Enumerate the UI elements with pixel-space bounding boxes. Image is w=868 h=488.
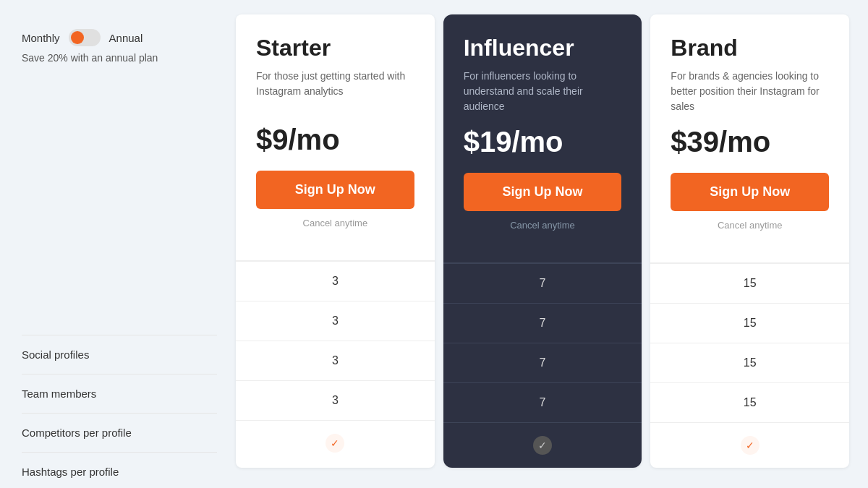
brand-social-profiles: 15 (650, 263, 849, 303)
influencer-social-profiles: 7 (443, 263, 642, 303)
billing-toggle[interactable]: Monthly Annual (22, 29, 217, 46)
influencer-hashtags: 7 (443, 382, 642, 422)
feature-competitors: Competitors per profile (22, 413, 217, 452)
starter-analytics-check: ✓ (326, 434, 344, 453)
plan-brand: Brand For brands & agencies looking to b… (650, 14, 849, 468)
plan-starter: Starter For those just getting started w… (236, 14, 435, 468)
influencer-signup-button[interactable]: Sign Up Now (464, 173, 622, 211)
influencer-cancel: Cancel anytime (464, 220, 622, 231)
brand-analytics: ✓ (650, 422, 849, 468)
influencer-description: For influencers looking to understand an… (464, 69, 622, 114)
influencer-feature-values: 7 7 7 7 ✓ (443, 262, 642, 468)
plan-influencer-header: Influencer For influencers looking to un… (443, 14, 642, 262)
brand-feature-values: 15 15 15 15 ✓ (650, 262, 849, 468)
starter-competitors: 3 (236, 341, 435, 380)
starter-feature-values: 3 3 3 3 ✓ (236, 260, 435, 466)
influencer-competitors: 7 (443, 343, 642, 382)
starter-description: For those just getting started with Inst… (256, 69, 414, 112)
brand-name: Brand (671, 35, 829, 61)
save-text: Save 20% with an annual plan (22, 52, 217, 64)
plan-brand-header: Brand For brands & agencies looking to b… (650, 14, 849, 262)
starter-name: Starter (256, 35, 414, 61)
feature-team-members: Team members (22, 374, 217, 413)
starter-analytics: ✓ (236, 420, 435, 466)
brand-price: $39/mo (671, 126, 829, 158)
features-section: Social profiles Team members Competitors… (22, 335, 217, 488)
plan-starter-header: Starter For those just getting started w… (236, 14, 435, 260)
brand-signup-button[interactable]: Sign Up Now (671, 173, 829, 211)
influencer-analytics: ✓ (443, 422, 642, 468)
starter-team-members: 3 (236, 301, 435, 341)
plans-area: Starter For those just getting started w… (231, 14, 854, 468)
starter-social-profiles: 3 (236, 261, 435, 301)
brand-hashtags: 15 (650, 382, 849, 422)
influencer-price: $19/mo (464, 126, 622, 158)
influencer-analytics-check: ✓ (533, 436, 552, 455)
starter-price: $9/mo (256, 124, 414, 156)
plan-influencer: Influencer For influencers looking to un… (443, 14, 642, 468)
starter-cancel: Cancel anytime (256, 218, 414, 228)
sidebar: Monthly Annual Save 20% with an annual p… (14, 14, 231, 488)
monthly-label: Monthly (22, 32, 60, 44)
influencer-name: Influencer (464, 35, 622, 61)
annual-label: Annual (109, 32, 143, 44)
toggle-switch[interactable] (69, 29, 101, 46)
brand-team-members: 15 (650, 303, 849, 343)
feature-hashtags: Hashtags per profile (22, 452, 217, 488)
starter-hashtags: 3 (236, 380, 435, 420)
feature-social-profiles: Social profiles (22, 335, 217, 374)
brand-competitors: 15 (650, 343, 849, 382)
pricing-container: Monthly Annual Save 20% with an annual p… (14, 14, 854, 488)
brand-cancel: Cancel anytime (671, 220, 829, 231)
brand-description: For brands & agencies looking to better … (671, 69, 829, 114)
brand-analytics-check: ✓ (741, 436, 760, 455)
starter-signup-button[interactable]: Sign Up Now (256, 171, 414, 209)
toggle-knob (71, 31, 84, 44)
influencer-team-members: 7 (443, 303, 642, 343)
